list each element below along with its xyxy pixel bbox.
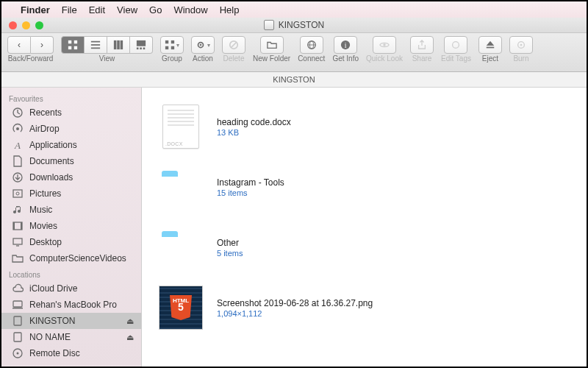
pictures-icon — [12, 188, 24, 199]
getinfo-button[interactable]: i — [334, 36, 357, 54]
menubar-edit[interactable]: Edit — [89, 4, 105, 15]
menubar-file[interactable]: File — [62, 4, 77, 15]
toolbar-newfolder-group: New Folder — [253, 36, 290, 63]
svg-rect-43 — [12, 308, 23, 309]
sidebar-item-music[interactable]: Music — [1, 202, 141, 218]
window-title-text: KINGSTON — [279, 20, 324, 30]
edittags-button[interactable] — [444, 36, 467, 54]
sidebar-item-airdrop[interactable]: AirDrop — [1, 121, 141, 137]
burn-button[interactable] — [509, 36, 533, 54]
sidebar-item-applications[interactable]: AApplications — [1, 137, 141, 153]
svg-rect-41 — [13, 238, 22, 244]
eject-icon[interactable]: ⏏ — [126, 333, 134, 342]
connect-button[interactable] — [300, 36, 323, 54]
sidebar-section-header: Favourites — [1, 91, 141, 105]
svg-rect-29 — [487, 47, 495, 49]
toolbar-newfolder-label: New Folder — [253, 54, 290, 63]
view-icon-button[interactable] — [61, 36, 85, 54]
file-row[interactable]: Other5 items — [142, 217, 587, 277]
toolbar-eject-group: Eject — [478, 36, 502, 63]
svg-rect-1 — [74, 40, 77, 43]
close-button[interactable] — [9, 21, 17, 29]
toolbar-action-group: ▾ Action — [191, 36, 215, 63]
svg-line-21 — [232, 43, 237, 48]
svg-rect-6 — [91, 48, 100, 49]
sidebar-item-desktop[interactable]: Desktop — [1, 234, 141, 250]
file-row[interactable]: heading code.docx13 KB — [142, 96, 587, 157]
pathbar[interactable]: KINGSTON — [1, 72, 587, 88]
group-button[interactable]: ▾ — [160, 36, 184, 54]
disc-icon — [12, 347, 24, 359]
folder-icon — [12, 252, 24, 264]
menubar-app[interactable]: Finder — [21, 4, 50, 15]
sidebar-item-label: KINGSTON — [29, 316, 75, 326]
zoom-button[interactable] — [35, 21, 43, 29]
svg-rect-44 — [14, 316, 21, 325]
svg-rect-13 — [143, 48, 146, 50]
menubar-view[interactable]: View — [117, 4, 137, 15]
toolbar-eject-label: Eject — [482, 54, 498, 63]
view-column-button[interactable] — [107, 36, 130, 54]
file-meta: Instagram - Tools15 items — [217, 177, 284, 197]
toolbar-delete-group: Delete — [222, 36, 245, 63]
action-button[interactable]: ▾ — [191, 36, 215, 54]
delete-button[interactable] — [222, 36, 245, 54]
sidebar-item-label: Rehan's MacBook Pro — [29, 300, 117, 310]
menubar-go[interactable]: Go — [149, 4, 162, 15]
file-subtitle: 15 items — [217, 188, 284, 197]
forward-button[interactable]: › — [31, 36, 54, 54]
sidebar-item-label: Movies — [29, 221, 57, 231]
toolbar-backforward-group: ‹ › Back/Forward — [7, 36, 54, 63]
music-icon — [12, 204, 24, 216]
svg-rect-9 — [121, 40, 123, 49]
sidebar-item-pictures[interactable]: Pictures — [1, 185, 141, 202]
sidebar-item-label: ComputerScienceVideos — [29, 253, 126, 263]
quicklook-button[interactable] — [373, 36, 396, 54]
file-name: Other — [217, 238, 243, 248]
sidebar-item-kingston[interactable]: KINGSTON⏏ — [1, 313, 141, 329]
sidebar-item-rehan-s-macbook-pro[interactable]: Rehan's MacBook Pro — [1, 297, 141, 313]
sidebar-item-computersciencevideos[interactable]: ComputerScienceVideos — [1, 250, 141, 266]
toolbar-quicklook-group: Quick Look — [366, 36, 403, 63]
share-button[interactable] — [410, 36, 434, 54]
sidebar-item-movies[interactable]: Movies — [1, 218, 141, 234]
desktop-icon — [12, 236, 24, 248]
svg-rect-45 — [14, 333, 21, 342]
back-button[interactable]: ‹ — [7, 36, 31, 54]
sidebar-item-label: Recents — [29, 107, 62, 118]
sidebar-item-label: Documents — [29, 156, 74, 166]
toolbar-group-group: ▾ Group — [160, 36, 184, 63]
eject-button[interactable] — [478, 36, 502, 54]
menubar: Finder File Edit View Go Window Help — [1, 1, 587, 18]
sidebar-item-icloud-drive[interactable]: iCloud Drive — [1, 280, 141, 297]
minimize-button[interactable] — [22, 21, 30, 29]
file-list[interactable]: heading code.docx13 KBInstagram - Tools1… — [142, 88, 587, 368]
sidebar-item-recents[interactable]: Recents — [1, 105, 141, 121]
sidebar-item-documents[interactable]: Documents — [1, 153, 141, 169]
view-gallery-button[interactable] — [130, 36, 153, 54]
apps-icon: A — [12, 139, 24, 151]
folder-icon — [159, 171, 203, 203]
sidebar-item-downloads[interactable]: Downloads — [1, 169, 141, 185]
sidebar-item-label: Downloads — [29, 172, 73, 183]
sidebar-item-label: Music — [29, 205, 52, 215]
menubar-window[interactable]: Window — [173, 4, 207, 15]
toolbar-group-label: Group — [162, 54, 182, 63]
sidebar-item-remote-disc[interactable]: Remote Disc — [1, 345, 141, 361]
toolbar-view-label: View — [99, 54, 115, 63]
toolbar-getinfo-group: i Get Info — [332, 36, 359, 63]
view-list-button[interactable] — [85, 36, 107, 54]
window-titlebar[interactable]: KINGSTON — [1, 18, 587, 33]
svg-rect-15 — [171, 40, 174, 43]
sidebar-item-no-name[interactable]: NO NAME⏏ — [1, 329, 141, 345]
toolbar-view-group: View — [61, 36, 153, 63]
file-row[interactable]: Instagram - Tools15 items — [142, 157, 587, 217]
newfolder-button[interactable] — [260, 36, 284, 54]
eject-icon[interactable]: ⏏ — [126, 316, 134, 326]
doc-icon — [12, 155, 24, 167]
volume-icon — [264, 20, 274, 30]
svg-rect-2 — [68, 46, 71, 49]
menubar-help[interactable]: Help — [220, 4, 240, 15]
file-row[interactable]: HTML5Screenshot 2019-06-28 at 16.36.27.p… — [142, 277, 587, 338]
svg-rect-36 — [13, 190, 22, 197]
